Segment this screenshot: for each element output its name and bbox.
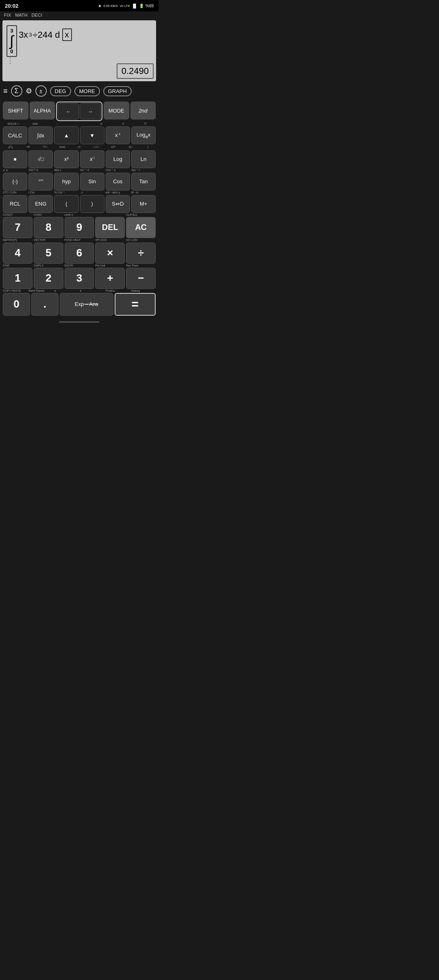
calculator-display: 3 ∫ 0 3x3÷244 d x ⋮ 0.2490 <box>2 20 156 81</box>
menu-icon[interactable]: ≡ <box>3 87 8 95</box>
lparen-button[interactable]: ( <box>54 195 78 213</box>
ncr-sublabel: nCr LCM <box>126 238 156 242</box>
prans-sublabel: PreAns <box>106 289 130 292</box>
negative-button[interactable]: (-) <box>3 173 27 191</box>
sqrt-button[interactable]: √□ <box>28 150 53 168</box>
abc-sublabel: ab/c <box>3 145 19 150</box>
right-arrow-button[interactable]: → <box>80 103 101 119</box>
divide-button[interactable]: ÷ <box>126 243 156 264</box>
mplus-button[interactable]: M+ <box>131 195 156 213</box>
comma-sublabel: , x <box>80 191 104 194</box>
key-7[interactable]: 7 <box>3 217 33 238</box>
tan-button[interactable]: Tan <box>131 173 156 191</box>
calc-button[interactable]: CALC <box>3 126 27 144</box>
ac-button[interactable]: AC <box>126 217 156 238</box>
dms-button[interactable]: °'" <box>28 173 53 191</box>
equals-button[interactable]: = <box>115 293 156 316</box>
alpha-button[interactable]: ALPHA <box>30 102 55 119</box>
angle-sublabel: ∠ a <box>3 169 27 172</box>
hyp-button[interactable]: hyp <box>54 173 78 191</box>
key-8[interactable]: 8 <box>34 217 63 238</box>
sigma-icon[interactable]: Σ <box>11 85 22 97</box>
cos-inv-sublabel: Cos⁻¹ e <box>106 169 130 172</box>
key-9[interactable]: 9 <box>65 217 94 238</box>
deci-mode: DECI <box>31 13 42 17</box>
bluetooth-icon: ★ <box>98 4 102 8</box>
arrow-group: ← → <box>56 102 102 121</box>
sum-sublabel: Σ <box>113 122 134 126</box>
mminus-sublabel: M− m <box>131 191 156 194</box>
xsquared-button[interactable]: x² <box>54 150 78 168</box>
left-arrow-button[interactable]: ← <box>58 103 79 119</box>
cmplx-sublabel: CMPLX <box>34 264 63 267</box>
plusminus-icon[interactable]: ± <box>35 85 47 97</box>
ddx-sublabel: d/dx <box>25 122 46 126</box>
graph-button[interactable]: GRAPH <box>103 86 132 96</box>
history-sublabel: History <box>131 289 156 292</box>
xfact-sublabel: x! <box>91 122 112 126</box>
operator: ÷244 d <box>33 30 60 40</box>
xpow-button[interactable]: x□ <box>80 150 104 168</box>
pi-key-sublabel: π <box>54 289 78 292</box>
math-mode: MATH <box>15 13 27 17</box>
pct-sublabel: % Cot⁻¹ <box>54 191 78 194</box>
matrix-sublabel: MATRIX[⠿] <box>3 238 33 242</box>
integral-limits: 3 ∫ 0 <box>7 25 17 57</box>
mode-button[interactable]: MODE <box>104 102 129 119</box>
signal-bars: ▐▌ <box>132 4 137 8</box>
deg-button[interactable]: DEG <box>50 86 71 96</box>
minus-button[interactable]: − <box>126 268 156 289</box>
stat-sublabel: STAT <box>3 264 33 267</box>
key-1[interactable]: 1 <box>3 268 33 289</box>
dot-button[interactable]: . <box>31 293 59 316</box>
key-3[interactable]: 3 <box>65 268 94 289</box>
empty2-sublabel <box>95 213 125 216</box>
network-speed: 0.06 KB/S <box>103 4 118 8</box>
eng-button[interactable]: ENG <box>28 195 53 213</box>
key-4[interactable]: 4 <box>3 243 33 264</box>
result-display: 0.2490 <box>117 63 154 79</box>
vector-sublabel: VECTOR <box>34 238 63 242</box>
e-sublabel: e <box>80 289 104 292</box>
multiply-button[interactable]: × <box>95 243 125 264</box>
std-button[interactable]: S⇔D <box>106 195 130 213</box>
fraction-button[interactable]: ▪ <box>3 150 27 168</box>
epow-sublabel: e□ <box>123 145 139 150</box>
key-5[interactable]: 5 <box>34 243 63 264</box>
mode-indicators: FIX MATH DECI <box>0 11 159 19</box>
colon-sublabel: : <box>47 122 67 126</box>
integral-button[interactable]: ∫dx <box>28 126 53 144</box>
coeff: 3x <box>19 30 28 40</box>
more-button[interactable]: MORE <box>74 86 100 96</box>
del-button[interactable]: DEL <box>95 217 125 238</box>
clrall-sublabel: CLR ALL <box>126 213 156 216</box>
abs-sublabel: Abs c <box>54 169 78 172</box>
copy-sublabel: COPY PASTE <box>3 289 27 292</box>
down-arrow-button[interactable]: ▼ <box>80 126 104 144</box>
tan-inv-sublabel: Tan⁻¹ f <box>131 169 156 172</box>
rparen-button[interactable]: ) <box>80 195 104 213</box>
exp-ans-button[interactable]: Exp→Ans <box>60 293 113 316</box>
rcl-button[interactable]: RCL <box>3 195 27 213</box>
loga-button[interactable]: Logax <box>131 126 156 144</box>
log-button[interactable]: Log <box>106 150 130 168</box>
settings-icon[interactable]: ⚙ <box>26 87 32 95</box>
conv-sublabel: CONV <box>34 213 63 216</box>
key-2[interactable]: 2 <box>34 268 63 289</box>
const-sublabel: CONST <box>3 213 33 216</box>
ln-button[interactable]: Ln <box>131 150 156 168</box>
sin-button[interactable]: Sin <box>80 173 104 191</box>
2nd-button[interactable]: 2nd <box>130 102 156 119</box>
cos-button[interactable]: Cos <box>106 173 130 191</box>
key-6[interactable]: 6 <box>65 243 94 264</box>
pol-sublabel: Pol Ceil <box>95 264 125 267</box>
plus-button[interactable]: + <box>95 268 125 289</box>
xinverse-button[interactable]: x-1 <box>106 126 130 144</box>
fact-sublabel: FACT b <box>28 169 53 172</box>
key-0[interactable]: 0 <box>3 293 30 316</box>
up-arrow-button[interactable]: ▲ <box>54 126 78 144</box>
t-sublabel: t <box>140 145 156 150</box>
shift-button[interactable]: SHIFT <box>3 102 28 119</box>
distr-sublabel: DISTR <box>65 264 94 267</box>
10x-sublabel: 10ˣ <box>106 145 122 150</box>
